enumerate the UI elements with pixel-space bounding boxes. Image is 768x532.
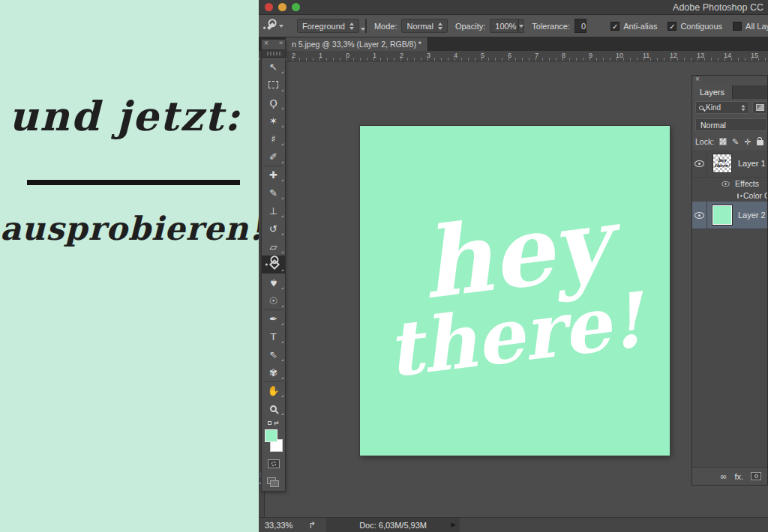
tools-column: ↖Ϙ✶♯✐✚✎⊥↺▱♠☉✒T⇖✾✋ (262, 58, 285, 417)
layer-row-layer-2[interactable]: Layer 2 (692, 202, 767, 229)
effect-item-label: Color O (743, 191, 767, 200)
layer-name[interactable]: Layer 2 (738, 211, 766, 220)
ruler-number: 12 (670, 52, 677, 59)
checkbox-contiguous[interactable]: ✓Contiguous (668, 22, 722, 31)
clone-stamp-tool[interactable]: ⊥ (262, 202, 285, 220)
anti-alias-checkbox-box[interactable]: ✓ (610, 22, 620, 31)
layer-thumbnail[interactable] (712, 205, 732, 225)
checkbox-anti-alias[interactable]: ✓Anti-alias (610, 22, 657, 31)
path-select-tool[interactable]: ⇖ (262, 345, 285, 363)
paint-bucket-tool[interactable] (262, 256, 285, 273)
effect-item-row[interactable]: Color O (692, 190, 767, 202)
ruler-number: 7 (535, 52, 538, 59)
contiguous-checkbox-box[interactable]: ✓ (668, 22, 676, 31)
link-layers-icon[interactable]: ∞ (719, 471, 727, 482)
ruler-number: 2 (400, 52, 404, 59)
export-arrow-icon[interactable]: ↱ (308, 520, 316, 531)
screen-mode-button[interactable] (262, 473, 285, 491)
layer-style-fx-button[interactable]: fx. (734, 472, 743, 481)
lock-all-icon[interactable] (757, 140, 764, 145)
history-brush-tool-icon: ↺ (269, 224, 278, 234)
effects-row[interactable]: Effects (692, 178, 767, 190)
marquee-tool[interactable] (262, 76, 285, 94)
type-tool[interactable]: T (262, 327, 285, 345)
tools-grip-handle[interactable] (262, 49, 285, 58)
blur-tool-icon: ♠ (269, 278, 278, 288)
opacity-dropdown-caret[interactable] (518, 19, 524, 33)
all-layers-checkbox-label: All Layers (746, 22, 768, 31)
fill-source-dropdown[interactable]: Foreground (297, 19, 359, 33)
visibility-eye-icon[interactable] (694, 212, 704, 219)
visibility-eye-icon[interactable] (694, 160, 704, 167)
brush-tool[interactable]: ✎ (262, 184, 285, 202)
filter-kind-dropdown[interactable]: Kind (695, 101, 749, 114)
swatch-caret-icon (361, 28, 365, 31)
swap-colors-row[interactable]: ⇄ (262, 417, 285, 428)
zoom-window-button[interactable] (292, 3, 300, 11)
pixel-layer-filter-button[interactable] (752, 101, 767, 114)
dodge-tool[interactable]: ☉ (262, 291, 285, 309)
magic-wand-tool[interactable]: ✶ (262, 112, 285, 130)
opacity-value-box[interactable]: 100% (490, 19, 518, 33)
lock-paint-icon[interactable]: ✎ (732, 137, 739, 147)
eyedropper-tool[interactable]: ✐ (262, 148, 285, 166)
shape-tool[interactable]: ✾ (262, 363, 285, 381)
expand-icon[interactable]: » (279, 39, 283, 46)
document-canvas[interactable]: hey there! (360, 126, 670, 456)
history-brush-tool[interactable]: ↺ (262, 220, 285, 238)
options-checkbox-group: ✓Anti-alias✓ContiguousAll Layers (610, 22, 768, 31)
layer-thumbnail[interactable]: hey there! (712, 154, 732, 173)
shape-tool-icon: ✾ (269, 368, 278, 378)
layer-blend-mode-dropdown[interactable]: Normal (695, 118, 767, 131)
quick-mask-button[interactable] (262, 455, 285, 473)
type-tool-icon: T (271, 332, 277, 342)
app-title: Adobe Photoshop CC (673, 2, 764, 13)
pen-tool[interactable]: ✒ (262, 309, 285, 327)
lasso-tool[interactable]: Ϙ (262, 94, 285, 112)
tolerance-label: Tolerance: (532, 22, 570, 31)
pattern-swatch[interactable] (365, 19, 367, 33)
default-colors-icon[interactable] (268, 421, 272, 425)
document-tab[interactable]: n 5.jpeg @ 33,3% (Layer 2, RGB/8) * (286, 37, 428, 51)
ruler-number: 1 (319, 52, 322, 59)
hand-tool-icon: ✋ (267, 386, 279, 396)
status-bar: 33,33% ↱ Doc: 6,03M/5,93M ▶ (259, 517, 768, 532)
doc-info-strip[interactable]: Doc: 6,03M/5,93M ▶ (326, 518, 460, 532)
close-icon[interactable]: × (264, 39, 268, 47)
tolerance-input[interactable]: 0 (574, 19, 586, 33)
minimize-window-button[interactable] (278, 3, 286, 11)
swap-colors-icon[interactable]: ⇄ (274, 420, 279, 426)
tab-layers[interactable]: Layers (692, 85, 733, 99)
zoom-tool[interactable] (262, 399, 285, 417)
move-tool[interactable]: ↖ (262, 58, 285, 76)
close-icon[interactable]: × (695, 75, 700, 83)
visibility-eye-icon[interactable] (737, 193, 739, 198)
hand-tool[interactable]: ✋ (262, 381, 285, 399)
layer-row-layer-1[interactable]: hey there!Layer 1 (692, 150, 767, 178)
all-layers-checkbox-box[interactable] (733, 22, 742, 31)
layer-name[interactable]: Layer 1 (738, 159, 766, 168)
ruler-number: 4 (454, 52, 458, 59)
close-window-button[interactable] (265, 3, 273, 11)
quick-mask-icon (268, 459, 280, 468)
checkbox-all-layers[interactable]: All Layers (733, 22, 768, 31)
crop-tool[interactable]: ♯ (262, 130, 285, 148)
eraser-tool[interactable]: ▱ (262, 238, 285, 256)
healing-brush-tool[interactable]: ✚ (262, 166, 285, 184)
lock-transparency-icon[interactable] (719, 138, 727, 145)
status-options-arrow-icon[interactable]: ▶ (451, 521, 456, 528)
fill-source-value: Foreground (302, 22, 345, 31)
pen-tool-icon: ✒ (269, 314, 278, 324)
blend-mode-dropdown[interactable]: Normal (401, 19, 447, 33)
opacity-label: Opacity: (455, 22, 485, 31)
add-layer-mask-button[interactable] (751, 472, 761, 480)
mask-icon (754, 474, 758, 478)
blur-tool[interactable]: ♠ (262, 273, 285, 291)
tool-preset-caret-icon[interactable] (279, 25, 284, 28)
layer-filter-row: Kind (692, 99, 767, 116)
zoom-level-field[interactable]: 33,33% (265, 521, 301, 530)
foreground-color-swatch[interactable] (265, 429, 278, 442)
visibility-eye-icon[interactable] (722, 181, 729, 186)
thumbnail-text: hey there! (713, 154, 731, 172)
lock-position-icon[interactable]: ✛ (744, 137, 751, 147)
